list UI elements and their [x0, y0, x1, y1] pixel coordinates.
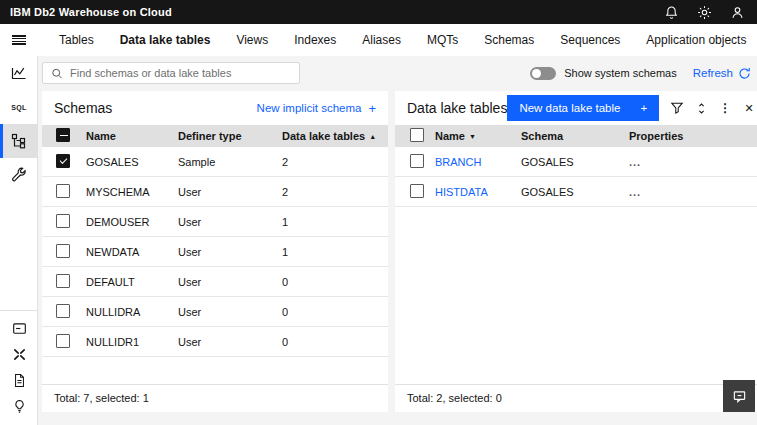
properties-overflow-icon[interactable]: ...: [629, 186, 757, 198]
plus-icon: +: [640, 102, 647, 114]
schema-name: DEFAULT: [86, 276, 178, 288]
monitor-chart-icon[interactable]: [0, 56, 38, 90]
schemas-table-header: Name Definer type Data lake tables▲: [42, 125, 388, 147]
topbar-actions: [663, 4, 745, 20]
select-all-schemas-checkbox[interactable]: [56, 128, 70, 142]
schema-row[interactable]: GOSALES Sample 2: [42, 147, 388, 177]
panels-row: Schemas New implicit schema + Name Defin…: [42, 91, 755, 412]
main-content: Show system schemas Refresh Schemas New …: [38, 56, 757, 425]
plus-icon: +: [368, 101, 376, 116]
schema-name: NULLIDRA: [86, 306, 178, 318]
tab-views[interactable]: Views: [223, 24, 281, 56]
row-checkbox[interactable]: [56, 244, 70, 258]
admin-wrench-icon[interactable]: [0, 158, 38, 192]
theme-sun-icon[interactable]: [696, 4, 712, 20]
sql-editor-icon[interactable]: SQL: [0, 90, 38, 124]
schemas-total-status: Total: 7, selected: 1: [42, 384, 388, 412]
schema-definer-type: User: [178, 276, 282, 288]
col-name[interactable]: Name: [86, 130, 178, 142]
schema-name: MYSCHEMA: [86, 186, 178, 198]
list-controls: Show system schemas Refresh: [530, 67, 751, 80]
schema-dlt-count: 1: [282, 246, 388, 258]
feedback-chat-icon: [732, 389, 747, 404]
top-header-bar: IBM Db2 Warehouse on Cloud: [0, 0, 757, 24]
col-name[interactable]: Name▼: [435, 130, 521, 142]
schema-dlt-count: 0: [282, 276, 388, 288]
new-data-lake-table-button[interactable]: New data lake table +: [507, 95, 659, 121]
schema-row[interactable]: DEFAULT User 0: [42, 267, 388, 297]
document-icon[interactable]: [0, 367, 38, 393]
close-panel-icon[interactable]: ✕: [737, 96, 757, 120]
properties-overflow-icon[interactable]: ...: [629, 156, 757, 168]
schema-row[interactable]: DEMOUSER User 1: [42, 207, 388, 237]
row-checkbox[interactable]: [410, 184, 424, 198]
row-checkbox[interactable]: [56, 304, 70, 318]
schema-row[interactable]: NULLIDR1 User 0: [42, 327, 388, 357]
console-icon[interactable]: [0, 315, 38, 341]
show-system-schemas-label: Show system schemas: [564, 67, 676, 79]
table-name-link[interactable]: HISTDATA: [435, 186, 521, 198]
tab-aliases[interactable]: Aliases: [349, 24, 414, 56]
col-data-lake-tables[interactable]: Data lake tables▲: [282, 130, 388, 142]
table-row[interactable]: HISTDATA GOSALES ...: [395, 177, 757, 207]
menu-hamburger-icon[interactable]: [0, 24, 38, 56]
table-name-link[interactable]: BRANCH: [435, 156, 521, 168]
refresh-button[interactable]: Refresh: [693, 67, 751, 80]
row-checkbox[interactable]: [56, 184, 70, 198]
row-checkbox[interactable]: [56, 274, 70, 288]
dlt-panel-title: Data lake tables: [407, 100, 507, 116]
schema-dlt-count: 0: [282, 306, 388, 318]
schema-definer-type: Sample: [178, 156, 282, 168]
refresh-icon: [738, 67, 751, 80]
row-checkbox[interactable]: [410, 154, 424, 168]
schema-row[interactable]: NULLIDRA User 0: [42, 297, 388, 327]
user-avatar-icon[interactable]: [729, 4, 745, 20]
schema-dlt-count: 0: [282, 336, 388, 348]
filter-icon[interactable]: [665, 96, 689, 120]
sort-ascending-icon: ▲: [369, 133, 376, 140]
tab-sequences[interactable]: Sequences: [547, 24, 633, 56]
tab-indexes[interactable]: Indexes: [281, 24, 349, 56]
tab-data-lake-tables[interactable]: Data lake tables: [107, 24, 224, 56]
row-checkbox[interactable]: [56, 214, 70, 228]
tab-schemas[interactable]: Schemas: [471, 24, 547, 56]
schema-name: DEMOUSER: [86, 216, 178, 228]
select-all-tables-checkbox[interactable]: [410, 128, 424, 142]
col-schema[interactable]: Schema: [521, 130, 629, 142]
search-input[interactable]: [70, 67, 291, 79]
schema-row[interactable]: NEWDATA User 1: [42, 237, 388, 267]
object-tabbar: Tables Data lake tables Views Indexes Al…: [0, 24, 757, 56]
tab-application-objects[interactable]: Application objects: [633, 24, 757, 56]
notifications-bell-icon[interactable]: [663, 4, 679, 20]
search-icon: [51, 67, 63, 80]
schema-row[interactable]: MYSCHEMA User 2: [42, 177, 388, 207]
new-implicit-schema-button[interactable]: New implicit schema +: [257, 101, 376, 116]
overflow-menu-icon[interactable]: ⋮: [713, 96, 737, 120]
schema-dlt-count: 2: [282, 156, 388, 168]
tab-mqts[interactable]: MQTs: [414, 24, 471, 56]
dlt-panel-actions: ⋮ ✕: [665, 96, 757, 120]
data-objects-icon[interactable]: [0, 124, 38, 158]
schema-definer-type: User: [178, 216, 282, 228]
table-row[interactable]: BRANCH GOSALES ...: [395, 147, 757, 177]
search-box[interactable]: [42, 62, 300, 84]
feedback-button[interactable]: [723, 380, 755, 412]
show-system-schemas-toggle[interactable]: [530, 67, 556, 80]
schema-dlt-count: 1: [282, 216, 388, 228]
schema-name: NEWDATA: [86, 246, 178, 258]
schema-name: GOSALES: [86, 156, 178, 168]
tabs: Tables Data lake tables Views Indexes Al…: [46, 24, 757, 56]
left-nav-sidebar: SQL: [0, 56, 38, 425]
col-definer-type[interactable]: Definer type: [178, 130, 282, 142]
schemas-panel-header: Schemas New implicit schema +: [42, 91, 388, 125]
schema-dlt-count: 2: [282, 186, 388, 198]
row-checkbox[interactable]: [56, 334, 70, 348]
collapse-arrows-icon[interactable]: [0, 341, 38, 367]
col-properties[interactable]: Properties: [629, 130, 757, 142]
schemas-panel-title: Schemas: [54, 100, 112, 116]
lightbulb-icon[interactable]: [0, 393, 38, 419]
sort-icon[interactable]: [689, 96, 713, 120]
tab-tables[interactable]: Tables: [46, 24, 107, 56]
row-checkbox[interactable]: [56, 154, 70, 168]
sort-descending-icon: ▼: [469, 133, 476, 140]
